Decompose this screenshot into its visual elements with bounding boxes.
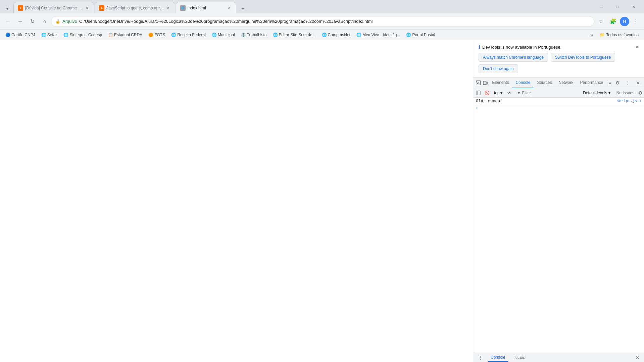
- dont-show-again-button[interactable]: Don't show again: [479, 64, 518, 73]
- bookmark-editar-site[interactable]: 🌐 Editar Site Som de...: [270, 31, 318, 39]
- devtools-tab-performance[interactable]: Performance: [577, 77, 606, 88]
- tab-bar: ▼ a [Dúvida] Console no Chrome n... ✕ a …: [0, 0, 644, 13]
- devtools-inspect-button[interactable]: [475, 78, 482, 88]
- devtools-tab-elements[interactable]: Elements: [489, 77, 512, 88]
- devtools-tab-network[interactable]: Network: [555, 77, 577, 88]
- back-button[interactable]: ←: [3, 16, 13, 27]
- bookmark-fgts-label: FGTS: [154, 33, 165, 37]
- bookmark-portal-postal-icon: 🌐: [406, 33, 411, 37]
- bookmark-municipal-label: Municipal: [218, 33, 235, 37]
- devtools-bottom-bar: ⋮ Console Issues ✕: [473, 353, 644, 362]
- console-log-source-link[interactable]: script.js:1: [617, 99, 641, 103]
- console-settings-button[interactable]: ⚙: [638, 90, 643, 96]
- profile-button[interactable]: H: [620, 17, 629, 26]
- console-log-text: Olá, mundo!: [476, 99, 617, 104]
- no-issues-label: No Issues: [614, 91, 637, 95]
- bookmark-receita-label: Receita Federal: [177, 33, 206, 37]
- notification-close-button[interactable]: ✕: [634, 44, 641, 50]
- bottom-tab-console[interactable]: Console: [488, 354, 508, 362]
- devtools-tabs: Elements Console Sources Network Perform…: [489, 77, 613, 88]
- default-levels-button[interactable]: Default levels ▾: [581, 90, 612, 96]
- bookmark-sefaz[interactable]: 🌐 Sefaz: [39, 31, 60, 39]
- reload-button[interactable]: ↻: [27, 16, 38, 27]
- bookmark-portal-postal-label: Portal Postal: [412, 33, 435, 37]
- bottom-tab-more-options[interactable]: ⋮: [476, 354, 485, 361]
- notification-title-text: DevTools is now available in Portuguese!: [482, 45, 561, 50]
- bookmarks-more-button[interactable]: »: [588, 31, 595, 39]
- console-context-selector[interactable]: top ▾: [492, 90, 504, 96]
- bookmark-municipal-icon: 🌐: [212, 33, 216, 37]
- devtools-settings-button[interactable]: ⚙: [613, 78, 623, 88]
- console-output: Olá, mundo! script.js:1 ›: [473, 98, 644, 353]
- menu-button[interactable]: ⋮: [631, 16, 641, 27]
- devtools-tab-more[interactable]: »: [606, 79, 613, 87]
- always-match-language-button[interactable]: Always match Chrome's language: [479, 53, 548, 62]
- address-bar[interactable]: 🔒 Arquivo C:/Users/hodge/OneDrive/Hodge/…: [51, 16, 594, 27]
- filter-icon: ▼: [517, 91, 521, 95]
- tab-2-favicon: a: [99, 5, 104, 11]
- tab-2[interactable]: a JavaScript: o que é, como apre... ✕: [95, 2, 175, 13]
- devtools-device-button[interactable]: [482, 78, 489, 88]
- new-tab-button[interactable]: +: [238, 4, 248, 13]
- window-controls: — □ ✕: [594, 0, 641, 13]
- tab-3[interactable]: 🌐 index.html ✕: [176, 2, 236, 13]
- page-content: [0, 40, 473, 362]
- switch-devtools-portuguese-button[interactable]: Switch DevTools to Portuguese: [551, 53, 615, 62]
- home-button[interactable]: ⌂: [39, 16, 50, 27]
- tab-1[interactable]: a [Dúvida] Console no Chrome n... ✕: [13, 2, 94, 13]
- tab-back-arrow[interactable]: ▼: [3, 4, 12, 13]
- tab-2-close[interactable]: ✕: [165, 5, 171, 11]
- maximize-button[interactable]: □: [610, 0, 625, 13]
- console-eye-button[interactable]: 👁: [506, 89, 513, 97]
- tabs-container: a [Dúvida] Console no Chrome n... ✕ a Ja…: [13, 2, 594, 13]
- bookmark-comprasnet[interactable]: 🌐 ComprasNet: [319, 31, 353, 39]
- default-levels-label: Default levels ▾: [583, 91, 610, 95]
- devtools-more-button[interactable]: ⋮: [623, 78, 633, 88]
- console-log-line: Olá, mundo! script.js:1: [473, 98, 644, 105]
- console-clear-button[interactable]: 🚫: [483, 89, 491, 97]
- bookmark-municipal[interactable]: 🌐 Municipal: [209, 31, 238, 39]
- filter-input[interactable]: [522, 91, 577, 95]
- minimize-button[interactable]: —: [594, 0, 609, 13]
- bookmark-cartao-cnpj[interactable]: 🔵 Cartão CNPJ: [3, 31, 38, 39]
- devtools-tab-console[interactable]: Console: [512, 77, 534, 88]
- close-button[interactable]: ✕: [626, 0, 641, 13]
- bookmark-sintegra-icon: 🌐: [63, 33, 68, 37]
- bookmark-sintegra[interactable]: 🌐 Sintegra - Cadesp: [61, 31, 105, 39]
- extensions-button[interactable]: 🧩: [608, 16, 618, 27]
- bookmarks-folder-label: Todos os favoritos: [606, 33, 639, 37]
- bookmark-button[interactable]: ☆: [596, 16, 606, 27]
- bookmark-cartao-cnpj-label: Cartão CNPJ: [11, 33, 35, 37]
- tab-3-close[interactable]: ✕: [227, 5, 232, 11]
- devtools-close-button[interactable]: ✕: [633, 78, 643, 88]
- devtools-tab-sources[interactable]: Sources: [534, 77, 555, 88]
- bookmark-portal-postal[interactable]: 🌐 Portal Postal: [403, 31, 438, 39]
- console-toolbar: 🚫 top ▾ 👁 ▼ Default levels ▾ No Issues ⚙: [473, 88, 644, 98]
- devtools-notification: ℹ DevTools is now available in Portugues…: [473, 40, 644, 77]
- bookmark-trabalhista[interactable]: ⚖️ Trabalhista: [238, 31, 269, 39]
- svg-rect-3: [476, 91, 480, 95]
- bookmark-trabalhista-label: Trabalhista: [247, 33, 267, 37]
- toolbar-right: ☆ 🧩 H ⋮: [596, 16, 641, 27]
- bookmark-editar-site-icon: 🌐: [273, 33, 278, 37]
- console-expand-row: ›: [473, 105, 644, 111]
- expand-arrow-icon[interactable]: ›: [476, 106, 478, 110]
- bookmark-estadual-icon: 📋: [108, 33, 113, 37]
- bookmark-estadual[interactable]: 📋 Estadual CRDA: [105, 31, 145, 39]
- bookmark-editar-site-label: Editar Site Som de...: [279, 33, 316, 37]
- bookmarks-folder[interactable]: 📁 Todos os favoritos: [597, 31, 641, 39]
- bookmark-trabalhista-icon: ⚖️: [241, 33, 246, 37]
- bookmark-fgts[interactable]: 🟠 FGTS: [146, 31, 168, 39]
- tab-1-favicon: a: [18, 5, 23, 11]
- bookmark-receita[interactable]: 🌐 Receita Federal: [168, 31, 208, 39]
- tab-1-close[interactable]: ✕: [84, 5, 90, 11]
- tab-2-title: JavaScript: o que é, como apre...: [106, 6, 164, 10]
- bookmark-meu-vivo[interactable]: 🌐 Meu Vivo - Identifiq...: [354, 31, 403, 39]
- main-content: ℹ DevTools is now available in Portugues…: [0, 40, 644, 362]
- address-url: C:/Users/hodge/OneDrive/Hodge/Alura/1-%2…: [79, 19, 590, 24]
- bookmark-meu-vivo-icon: 🌐: [356, 33, 361, 37]
- bottom-tab-issues[interactable]: Issues: [511, 354, 528, 361]
- console-sidebar-toggle[interactable]: [475, 89, 482, 97]
- devtools-bottom-close[interactable]: ✕: [634, 354, 641, 361]
- forward-button[interactable]: →: [15, 16, 26, 27]
